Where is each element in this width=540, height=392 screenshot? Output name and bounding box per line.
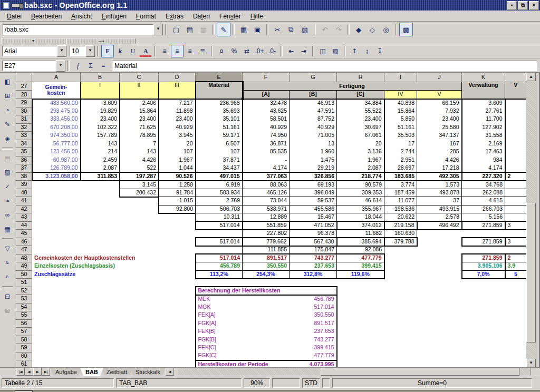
row-header[interactable]: 58	[16, 336, 32, 344]
row-header[interactable]: 42	[16, 205, 32, 213]
cell[interactable]: 3.9	[505, 262, 526, 271]
cell[interactable]	[159, 221, 196, 230]
cell[interactable]	[32, 205, 81, 213]
cell[interactable]: Verwaltung	[462, 82, 505, 99]
cell[interactable]: 46.614	[337, 197, 384, 205]
cell[interactable]: 333.456,00	[32, 115, 81, 124]
find-replace-button[interactable]: ∞	[1, 208, 14, 221]
cell[interactable]: 143	[81, 140, 120, 148]
cell[interactable]: 56.777,00	[32, 140, 81, 148]
cell[interactable]: 37	[417, 197, 462, 205]
cell[interactable]: 15.864	[120, 107, 159, 115]
cell[interactable]: 492.305	[417, 172, 462, 181]
name-box-dropdown[interactable]: ▼	[56, 60, 65, 72]
cell[interactable]	[505, 148, 526, 156]
cell[interactable]: 6.919	[196, 181, 243, 189]
cut-button[interactable]: ✂	[271, 23, 284, 36]
cell[interactable]: Einzelkosten (Zuschlagsbasis)	[32, 262, 196, 271]
row-header[interactable]: 46	[16, 238, 32, 246]
cell[interactable]: 4.174	[243, 164, 290, 173]
cell[interactable]: 3.609	[462, 99, 505, 107]
sum-button[interactable]: Σ	[84, 60, 97, 72]
cell[interactable]: 271.859	[462, 238, 505, 246]
cell[interactable]: 326.856	[290, 172, 337, 181]
sheet-tab-bab[interactable]: BAB	[80, 368, 103, 376]
insert-cells-button[interactable]: ⊞	[1, 89, 14, 102]
cell[interactable]: 40.929	[243, 123, 290, 132]
form-controls-button[interactable]: ◈	[1, 132, 14, 145]
cell[interactable]: IV	[384, 91, 417, 99]
cell[interactable]	[32, 238, 81, 246]
cell[interactable]: 7,0%	[462, 270, 505, 279]
first-sheet-button[interactable]: |◀	[16, 368, 25, 376]
spellcheck-button[interactable]: ✓	[1, 180, 14, 193]
row-header[interactable]: 49	[16, 262, 32, 271]
cell[interactable]: 5	[505, 270, 526, 279]
cell[interactable]: 3.136	[337, 148, 384, 156]
increase-indent-button[interactable]: ⇥	[297, 45, 310, 57]
cell[interactable]: 1.967	[159, 156, 196, 164]
hyperlink-button[interactable]: ◎	[379, 23, 393, 36]
cell[interactable]: 23.400	[159, 115, 196, 124]
cell[interactable]: 123.456,00	[32, 148, 81, 156]
cell[interactable]	[32, 344, 196, 352]
cell[interactable]: Zuschlagssätze	[32, 270, 196, 279]
cell[interactable]: 271.859	[462, 221, 505, 230]
cell[interactable]: 175.847	[290, 246, 337, 254]
vertical-scrollbar[interactable]: ▲ ▼	[526, 73, 536, 367]
row-header[interactable]: 29	[16, 99, 32, 107]
cell[interactable]: 219.158	[384, 221, 417, 230]
sort-ascending-button[interactable]: A↓	[1, 256, 14, 269]
cell[interactable]	[417, 246, 462, 254]
cell[interactable]: 237.653	[290, 328, 337, 336]
tab-scroll-left-button[interactable]: ◀	[166, 368, 174, 376]
cell[interactable]: 1.015	[159, 197, 196, 205]
cell[interactable]: 974.350,00	[32, 132, 81, 140]
print-file-button[interactable]: ▣	[250, 23, 264, 36]
insert-button[interactable]: ◧	[1, 75, 14, 88]
equals-button[interactable]: =	[97, 60, 110, 72]
cell[interactable]	[120, 213, 159, 222]
row-header[interactable]: 34	[16, 140, 32, 148]
cell[interactable]: 396.049	[290, 189, 337, 197]
cell[interactable]: [A]	[243, 91, 290, 99]
cell[interactable]: 1.967	[337, 156, 384, 164]
cell[interactable]: 143	[120, 148, 159, 156]
cell[interactable]: 15.864	[384, 107, 417, 115]
cell[interactable]: FGK[B]	[196, 336, 290, 344]
cell[interactable]	[32, 352, 196, 360]
cell[interactable]	[337, 303, 526, 311]
cell[interactable]: -	[243, 156, 290, 164]
cell[interactable]: 385.694	[337, 238, 384, 246]
cell[interactable]: 538.971	[243, 205, 290, 213]
cell[interactable]	[32, 311, 196, 320]
column-header[interactable]: H	[337, 73, 384, 82]
cell[interactable]	[32, 197, 81, 205]
align-top-button[interactable]: ↥	[348, 45, 361, 57]
italic-button[interactable]: k	[114, 45, 127, 57]
cell[interactable]: 477.779	[337, 254, 384, 262]
cell[interactable]	[505, 107, 526, 115]
cell[interactable]: 17	[384, 140, 417, 148]
horizontal-scrollbar[interactable]	[178, 368, 530, 376]
row-header[interactable]: 54	[16, 303, 32, 311]
cell[interactable]: 743.277	[290, 254, 337, 262]
cell[interactable]: 2.087	[81, 164, 120, 173]
cell[interactable]: Gemein-kosten	[32, 82, 81, 99]
menu-format[interactable]: Format	[131, 12, 161, 21]
next-sheet-button[interactable]: ▶	[33, 368, 42, 376]
font-name-dropdown[interactable]: ▼	[57, 45, 66, 57]
cell[interactable]	[196, 246, 243, 254]
cell[interactable]: 3	[505, 221, 526, 230]
cell[interactable]	[32, 319, 196, 328]
cell[interactable]: 7.217	[159, 99, 196, 107]
cell[interactable]	[417, 238, 462, 246]
cell[interactable]: 311.853	[81, 172, 120, 181]
cell[interactable]: 891.517	[290, 319, 337, 328]
row-header[interactable]: 36	[16, 156, 32, 164]
cell[interactable]	[32, 221, 81, 230]
cell[interactable]: 2.459	[81, 156, 120, 164]
currency-format-button[interactable]: ¤	[215, 45, 228, 57]
cell[interactable]: 20	[159, 140, 196, 148]
cell[interactable]	[81, 221, 120, 230]
